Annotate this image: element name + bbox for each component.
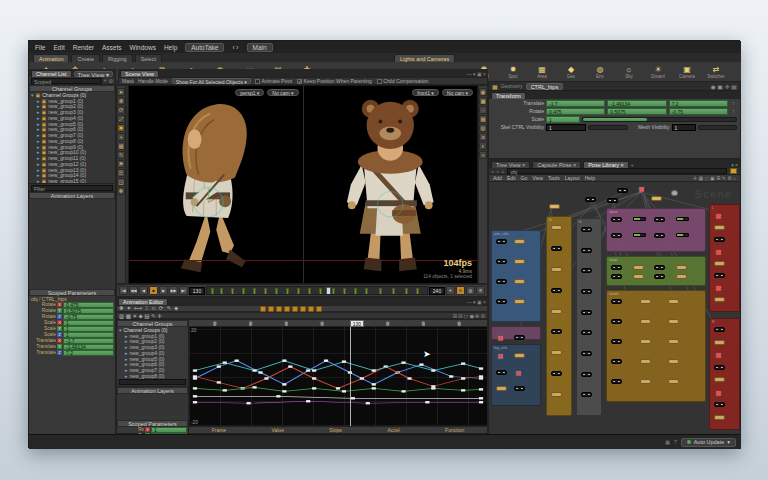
null-ctrl-node[interactable]: ✖ <box>714 390 723 398</box>
network-pane-tab[interactable]: Pose Library × <box>583 161 629 168</box>
display-option-icon[interactable]: ◉ <box>479 88 487 96</box>
channel-value-field[interactable]: 7.2 <box>63 350 114 356</box>
network-node[interactable] <box>668 359 679 364</box>
network-node[interactable] <box>633 233 646 237</box>
network-node[interactable] <box>714 297 725 302</box>
anim-tool-icon[interactable]: ◈ <box>174 305 178 312</box>
network-menu-item[interactable]: Add <box>493 175 502 181</box>
playbar-option-button[interactable]: ⚙ <box>476 286 485 295</box>
network-node[interactable] <box>714 327 725 332</box>
network-box[interactable]: R✖✖ <box>709 318 740 430</box>
network-node[interactable] <box>496 299 507 304</box>
network-node[interactable] <box>671 190 678 196</box>
shelf-tab[interactable]: Rigging <box>102 54 133 62</box>
no-cam-button[interactable]: No cam ▾ <box>442 89 473 96</box>
tab-animation-editor[interactable]: Animation Editor <box>118 298 168 305</box>
autotake-dropdown[interactable]: AutoTake <box>185 43 224 52</box>
ladder-icon[interactable]: ↕ <box>730 100 737 106</box>
network-node[interactable] <box>676 217 689 221</box>
skel-vis-slider[interactable] <box>588 125 628 130</box>
keyframe-tick[interactable] <box>319 288 322 295</box>
display-option-icon[interactable]: ▦ <box>479 115 487 123</box>
tab-channel-list[interactable]: Channel List <box>31 70 72 77</box>
null-ctrl-node[interactable]: ✖ <box>714 249 723 257</box>
menu-item[interactable]: File <box>35 44 45 51</box>
ruler-key-marker[interactable] <box>284 321 288 326</box>
translate-field[interactable]: -1.49134 <box>607 100 666 107</box>
curve-canvas[interactable]: 20 -20 <box>189 327 487 426</box>
tab-transform[interactable]: Transform <box>491 92 526 99</box>
viewport-tool-icon[interactable]: ➤ <box>117 88 125 96</box>
network-toolbar-icons[interactable]: ✛ ▦ ◻ ▣ ⊞ ✎ ⚙ ⌕ <box>693 175 736 182</box>
network-node[interactable] <box>611 339 622 344</box>
network-node[interactable] <box>668 379 679 384</box>
network-node[interactable] <box>714 237 725 242</box>
ruler-key-marker[interactable] <box>249 321 253 326</box>
network-node[interactable] <box>714 415 725 420</box>
view-mode-dropdown[interactable]: Tree View ▾ <box>74 71 113 78</box>
network-box[interactable]: fk <box>546 216 572 416</box>
transport-button[interactable]: ▶▶ <box>169 286 178 295</box>
rotate-field[interactable]: -0.75 <box>669 108 728 115</box>
network-node[interactable] <box>581 392 592 397</box>
display-option-icon[interactable]: ◐ <box>479 142 487 150</box>
frame-ruler[interactable]: 130 <box>189 320 487 327</box>
home-icon[interactable]: ⌂ <box>501 168 504 174</box>
shelf-light-tool[interactable]: ▦ Area <box>529 63 555 80</box>
network-menu-item[interactable]: View <box>532 175 543 181</box>
network-node[interactable] <box>551 329 562 334</box>
network-node[interactable] <box>551 350 562 355</box>
playbar-option-button[interactable]: K <box>456 286 465 295</box>
key-handle-button[interactable] <box>316 306 322 312</box>
anim-tool-icon[interactable]: ⎌ <box>151 305 155 312</box>
ladder-icon[interactable]: ↕ <box>730 108 737 114</box>
skel-vis-field[interactable]: 1 <box>546 124 586 131</box>
network-menu-item[interactable]: Go <box>521 175 528 181</box>
translate-field[interactable]: -1.7 <box>546 100 605 107</box>
network-node[interactable] <box>714 340 725 345</box>
network-node[interactable] <box>549 204 560 209</box>
viewport-tool-icon[interactable]: ✥ <box>117 97 125 105</box>
network-menu-item[interactable]: Edit <box>507 175 516 181</box>
network-node[interactable] <box>611 217 622 222</box>
ruler-key-marker[interactable] <box>320 321 324 326</box>
display-option-icon[interactable]: ▣ <box>479 97 487 105</box>
rotate-field[interactable]: 0.475 <box>546 108 605 115</box>
network-node[interactable] <box>676 233 689 237</box>
toolbar-checkbox[interactable]: ✔ Keep Position When Parenting <box>297 78 372 84</box>
toolbar-checkbox[interactable]: Animate Pivot <box>255 78 292 84</box>
handle-mode-label[interactable]: Handle Mode <box>138 78 168 84</box>
network-node[interactable] <box>640 339 651 344</box>
network-node[interactable] <box>611 319 622 324</box>
scope-filter-input[interactable]: Scoped <box>31 78 102 84</box>
network-node[interactable] <box>668 339 679 344</box>
help-icon[interactable]: ? <box>674 439 677 445</box>
display-option-icon[interactable]: ⌖ <box>479 151 487 159</box>
node-name-field[interactable]: CTRL_hips <box>526 83 564 90</box>
tab-scene-view[interactable]: Scene View <box>120 70 159 77</box>
network-node[interactable] <box>633 217 646 221</box>
network-node[interactable] <box>514 335 525 340</box>
shelf-tab-right[interactable]: Lights and Cameras <box>394 54 455 62</box>
shelf-tab[interactable]: Animation <box>33 54 69 62</box>
network-node[interactable] <box>668 319 679 324</box>
shelf-light-tool[interactable]: ▣ Camera <box>674 63 700 80</box>
rotate-field[interactable]: 0.5075 <box>607 108 666 115</box>
show-for-dropdown[interactable]: Show For All Selected Objects ▾ <box>172 78 251 85</box>
network-node[interactable] <box>611 233 622 238</box>
shelf-tab[interactable]: Select <box>135 54 162 62</box>
camera-select-button[interactable]: persp1 ▾ <box>235 89 264 96</box>
shelf-light-tool[interactable]: ✹ Spot <box>500 63 526 80</box>
anim-filter-input[interactable] <box>119 379 186 385</box>
network-node[interactable] <box>514 299 525 304</box>
network-node[interactable] <box>514 259 525 264</box>
anim-tool-icon[interactable]: ⟳ <box>159 305 164 312</box>
network-node[interactable] <box>676 265 687 270</box>
keyframe-tick[interactable] <box>275 288 278 295</box>
network-node[interactable] <box>714 261 725 266</box>
network-node[interactable] <box>654 274 665 279</box>
network-node[interactable] <box>668 299 679 304</box>
viewport-front-view[interactable]: front1 ▾ No cam ▾ <box>304 86 478 283</box>
anim-tool-icon[interactable]: ⌶ <box>145 305 148 312</box>
network-node[interactable] <box>551 267 562 272</box>
